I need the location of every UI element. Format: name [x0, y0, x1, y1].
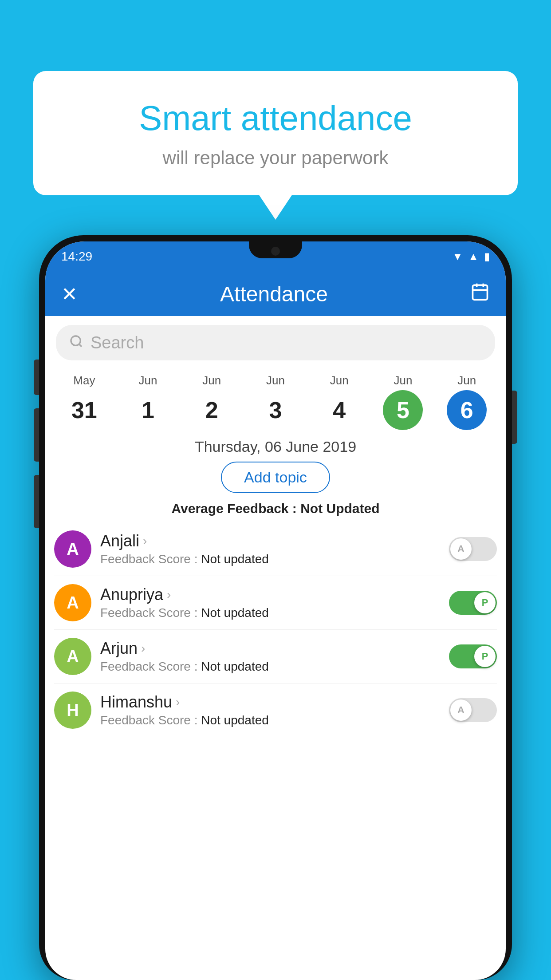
cal-day-6[interactable]: Jun 6: [435, 374, 499, 430]
phone-frame: 14:29 ▼ ▲ ▮ ✕ Attendance: [39, 235, 512, 980]
student-item-arjun[interactable]: A Arjun › Feedback Score : Not updated P: [54, 630, 497, 684]
toggle-arjun[interactable]: P: [449, 644, 497, 668]
cal-day-5[interactable]: Jun 5: [371, 374, 435, 430]
close-icon[interactable]: ✕: [61, 283, 78, 305]
speech-bubble-subtitle: will replace your paperwork: [69, 147, 482, 169]
status-bar: 14:29 ▼ ▲ ▮: [45, 241, 506, 272]
calendar-row: May 31 Jun 1 Jun 2 Jun 3 Jun 4 Jun 5: [45, 369, 506, 430]
chevron-right-icon: ›: [167, 588, 171, 602]
status-time: 14:29: [61, 249, 92, 264]
cal-day-31[interactable]: May 31: [52, 374, 116, 430]
avg-feedback-label: Average Feedback :: [171, 501, 296, 516]
student-item-anjali[interactable]: A Anjali › Feedback Score : Not updated …: [54, 522, 497, 576]
cal-day-1[interactable]: Jun 1: [116, 374, 180, 430]
avg-feedback: Average Feedback : Not Updated: [45, 501, 506, 516]
avatar-himanshu: H: [54, 692, 91, 729]
student-name-anupriya: Anupriya ›: [100, 585, 440, 604]
selected-date-label: Thursday, 06 June 2019: [45, 430, 506, 462]
student-item-himanshu[interactable]: H Himanshu › Feedback Score : Not update…: [54, 684, 497, 737]
chevron-right-icon: ›: [141, 641, 145, 656]
student-feedback-anupriya: Feedback Score : Not updated: [100, 606, 440, 620]
battery-icon: ▮: [484, 250, 490, 263]
front-camera: [271, 247, 280, 256]
student-list: A Anjali › Feedback Score : Not updated …: [45, 522, 506, 737]
toggle-knob-himanshu: A: [450, 699, 472, 721]
calendar-icon[interactable]: [470, 282, 490, 306]
student-name-arjun: Arjun ›: [100, 639, 440, 658]
phone-screen: 14:29 ▼ ▲ ▮ ✕ Attendance: [45, 241, 506, 980]
toggle-knob-anupriya: P: [474, 592, 496, 613]
svg-line-5: [79, 344, 82, 347]
student-info-anupriya: Anupriya › Feedback Score : Not updated: [100, 585, 440, 620]
student-name-anjali: Anjali ›: [100, 532, 440, 550]
avatar-arjun: A: [54, 638, 91, 675]
cal-day-4[interactable]: Jun 4: [307, 374, 371, 430]
student-feedback-arjun: Feedback Score : Not updated: [100, 660, 440, 674]
avatar-anupriya: A: [54, 584, 91, 621]
volume-down-button: [34, 408, 39, 462]
signal-icon: ▲: [468, 250, 479, 263]
student-info-anjali: Anjali › Feedback Score : Not updated: [100, 532, 440, 566]
student-info-arjun: Arjun › Feedback Score : Not updated: [100, 639, 440, 674]
avatar-anjali: A: [54, 530, 91, 568]
status-icons: ▼ ▲ ▮: [452, 250, 490, 263]
toggle-anjali[interactable]: A: [449, 537, 497, 561]
chevron-right-icon: ›: [176, 695, 180, 709]
student-info-himanshu: Himanshu › Feedback Score : Not updated: [100, 693, 440, 727]
cal-day-2[interactable]: Jun 2: [180, 374, 244, 430]
app-bar-title: Attendance: [220, 282, 328, 306]
search-input[interactable]: Search: [91, 333, 144, 352]
avg-feedback-value: Not Updated: [300, 501, 379, 516]
chevron-right-icon: ›: [143, 534, 147, 548]
student-feedback-anjali: Feedback Score : Not updated: [100, 552, 440, 566]
svg-point-4: [71, 336, 80, 345]
notch: [249, 241, 302, 258]
volume-up-button: [34, 360, 39, 395]
student-name-himanshu: Himanshu ›: [100, 693, 440, 711]
student-feedback-himanshu: Feedback Score : Not updated: [100, 713, 440, 727]
add-topic-button[interactable]: Add topic: [221, 462, 330, 493]
search-bar[interactable]: Search: [56, 325, 495, 360]
search-icon: [69, 333, 83, 352]
power-button: [512, 391, 517, 444]
speech-bubble: Smart attendance will replace your paper…: [33, 71, 518, 195]
svg-rect-0: [472, 285, 487, 300]
silent-button: [34, 475, 39, 528]
student-item-anupriya[interactable]: A Anupriya › Feedback Score : Not update…: [54, 576, 497, 630]
toggle-knob-anjali: A: [450, 538, 472, 560]
wifi-icon: ▼: [452, 250, 463, 263]
toggle-knob-arjun: P: [474, 646, 496, 667]
speech-bubble-title: Smart attendance: [69, 98, 482, 139]
cal-day-3[interactable]: Jun 3: [244, 374, 307, 430]
app-bar: ✕ Attendance: [45, 272, 506, 316]
toggle-himanshu[interactable]: A: [449, 698, 497, 722]
toggle-anupriya[interactable]: P: [449, 591, 497, 615]
